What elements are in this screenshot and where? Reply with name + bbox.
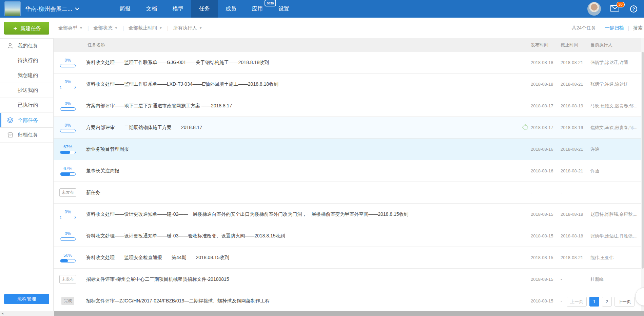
table-row[interactable]: 0% 资料收文处理——设计更改通知单——建-02——一层楼梯通向室外的安全出口为…	[54, 204, 641, 225]
sidebar-item-all-tasks[interactable]: 全部任务	[0, 113, 53, 128]
progress-bar	[60, 237, 76, 241]
nav-tab-settings[interactable]: 设置	[271, 0, 297, 18]
publish-date: 2018-08-17	[531, 103, 561, 108]
task-name[interactable]: 招标文件评审—ZJGG/HN/2017-024/FBZB/019—二期焊接球、螺…	[86, 298, 519, 304]
task-name[interactable]: 方案内部评审——二期展馆砌体施工方案——2018.8.17	[86, 125, 519, 131]
table-row[interactable]: 50% 资料收文处理——监理安全检查通报——第44期——2018.08.15收到…	[54, 247, 641, 269]
scroll-left-arrow-icon[interactable]: ◂	[0, 311, 5, 316]
nav-tab-models[interactable]: 模型	[165, 0, 191, 18]
task-name[interactable]: 新业务项目管理周报	[86, 146, 519, 152]
process-management-button[interactable]: 流程管理	[4, 294, 49, 304]
sidebar-item-created-by-me[interactable]: 我创建的	[0, 68, 53, 83]
task-name[interactable]: 方案内部评审——地下二层下穿通道市政管网施工方案 ——2018.8.17	[86, 103, 519, 109]
user-icon	[7, 43, 14, 49]
progress-percent-label: 67%	[60, 144, 76, 149]
task-progress: 67%	[58, 166, 77, 176]
task-progress: 50%	[58, 253, 77, 262]
current-executor: 张炳学,许通,涂达辽	[590, 81, 641, 87]
table-row[interactable]: 67% 董事长关注周报 2018-08-16 2018-08-21 许通	[54, 160, 641, 182]
current-executor: 熊伟,王亚伟	[590, 255, 641, 261]
due-date: 2018-08-19	[561, 103, 590, 108]
task-name[interactable]: 新任务	[86, 190, 519, 196]
sidebar-item-cc-to-me[interactable]: 抄送我的	[0, 83, 53, 98]
current-executor: 杜新峰	[590, 276, 641, 282]
progress-percent-label: 0%	[60, 231, 76, 236]
task-name[interactable]: 董事长关注周报	[86, 168, 519, 174]
tag-cell	[519, 188, 531, 197]
task-name[interactable]: 资料收文处理——监理安全检查通报——第44期——2018.08.15收到	[86, 255, 519, 261]
nav-tab-members[interactable]: 成员	[218, 0, 244, 18]
messages-button[interactable]: 30	[610, 5, 619, 13]
tag-cell	[519, 253, 531, 262]
due-date: 2018-08-21	[561, 147, 590, 152]
nav-tab-briefing[interactable]: 简报	[112, 0, 138, 18]
page-button-2[interactable]: 2	[602, 297, 612, 307]
task-name[interactable]: 资料收文处理——设计更改通知单——建-02——一层楼梯通向室外的安全出口为楼梯前…	[86, 211, 519, 217]
due-date: 2018-08-21	[561, 60, 590, 65]
filter-deadline-label: 全部截止时间	[129, 25, 157, 31]
nav-tab-apps[interactable]: 应用 beta	[244, 0, 271, 18]
project-switcher[interactable]: 华南-柳州会展二...	[25, 5, 79, 13]
user-avatar[interactable]	[587, 2, 601, 16]
nav-tab-tasks[interactable]: 任务	[191, 0, 218, 18]
publish-date: 2018-08-15	[531, 298, 561, 303]
vertical-scrollbar-thumb[interactable]	[642, 52, 644, 269]
table-row[interactable]: 0% 资料收文处理——监理工作联系单——LXD-TJ-034——E轴外回填土施工…	[54, 73, 641, 95]
next-page-button[interactable]: 下一页	[614, 297, 635, 307]
tag-cell	[519, 297, 531, 305]
task-rows: 0% 资料收文处理——监理工作联系单——GJG-001——关于钢结构施工——20…	[54, 52, 641, 311]
prev-page-button[interactable]: 上一页	[567, 297, 587, 307]
one-click-archive-link[interactable]: 一键归档	[605, 25, 624, 31]
sidebar-item-pending[interactable]: 待执行的	[0, 53, 53, 68]
task-table: 任务名称 发布时间 截止时间 当前执行人 0% 资料收文处理——监理工作联系单—…	[54, 38, 641, 311]
status-badge: 未发布	[59, 275, 76, 283]
sidebar-item-my-tasks[interactable]: 我的任务	[0, 38, 53, 53]
task-progress: 0%	[58, 79, 77, 89]
tag-cell	[519, 210, 531, 218]
task-progress: 0%	[58, 209, 77, 219]
horizontal-scrollbar-thumb[interactable]	[54, 311, 644, 316]
task-name[interactable]: 招标文件评审-柳州会展中心二三期项目机械租赁招标文件-20180815	[86, 276, 519, 282]
progress-bar	[60, 216, 76, 219]
task-name[interactable]: 资料收文处理——设计更改通知单——暖-03——验收标准改变、设置防火阀——201…	[86, 233, 519, 239]
new-task-button[interactable]: ＋新建任务	[4, 22, 49, 35]
table-row[interactable]: 0% 资料收文处理——监理工作联系单——GJG-001——关于钢结构施工——20…	[54, 52, 641, 73]
table-row[interactable]: 67% 新业务项目管理周报 2018-08-16 2018-08-21 许通	[54, 139, 641, 160]
tag-cell	[519, 123, 531, 132]
publish-date: 2018-08-16	[531, 147, 561, 152]
current-executor: 张炳学,涂达辽,肖胜强,...	[590, 233, 641, 239]
tag-cell	[519, 167, 531, 175]
vertical-scrollbar[interactable]	[641, 38, 644, 311]
search-link[interactable]: 搜索	[633, 25, 643, 31]
filter-separator: |	[122, 25, 124, 31]
due-date: 2018-08-21	[561, 168, 590, 173]
publish-date: 2018-08-15	[531, 233, 561, 238]
table-row[interactable]: 未发布 新任务 - -	[54, 182, 641, 204]
filter-type[interactable]: 全部类型▼	[58, 25, 83, 31]
task-name[interactable]: 资料收文处理——监理工作联系单——LXD-TJ-034——E轴外回填土施工——2…	[86, 81, 519, 87]
table-row[interactable]: 0% 资料收文处理——设计更改通知单——暖-03——验收标准改变、设置防火阀——…	[54, 225, 641, 247]
filter-deadline[interactable]: 全部截止时间▼	[129, 25, 162, 31]
filter-status[interactable]: 全部状态▼	[94, 25, 118, 31]
nav-tab-documents[interactable]: 文档	[138, 0, 165, 18]
table-header: 任务名称 发布时间 截止时间 当前执行人	[54, 38, 641, 52]
page-button-1[interactable]: 1	[589, 297, 599, 307]
topbar-right: 30 ?	[587, 2, 637, 16]
main-nav: 简报 文档 模型 任务 成员 应用 beta 设置	[112, 0, 297, 18]
filter-executor[interactable]: 所有执行人▼	[173, 25, 202, 31]
task-name[interactable]: 资料收文处理——监理工作联系单——GJG-001——关于钢结构施工——2018.…	[86, 60, 519, 66]
sidebar-item-executed[interactable]: 已执行的	[0, 98, 53, 113]
current-executor: 许通	[590, 168, 641, 174]
table-row[interactable]: 完成 招标文件评审—ZJGG/HN/2017-024/FBZB/019—二期焊接…	[54, 290, 641, 311]
progress-percent-label: 67%	[60, 166, 76, 171]
unread-count-badge: 30	[617, 2, 625, 7]
progress-bar	[60, 129, 76, 132]
horizontal-scrollbar[interactable]: ◂	[0, 311, 644, 316]
sidebar-item-archived-tasks[interactable]: 归档任务	[0, 128, 53, 143]
due-date: 2018-08-21	[561, 255, 590, 260]
help-icon[interactable]: ?	[630, 5, 637, 13]
table-row[interactable]: 0% 方案内部评审——地下二层下穿通道市政管网施工方案 ——2018.8.17 …	[54, 95, 641, 117]
table-row[interactable]: 0% 方案内部评审——二期展馆砌体施工方案——2018.8.17 2018-08…	[54, 117, 641, 139]
table-row[interactable]: 未发布 招标文件评审-柳州会展中心二三期项目机械租赁招标文件-20180815 …	[54, 269, 641, 290]
column-header-executor: 当前执行人	[590, 42, 641, 48]
